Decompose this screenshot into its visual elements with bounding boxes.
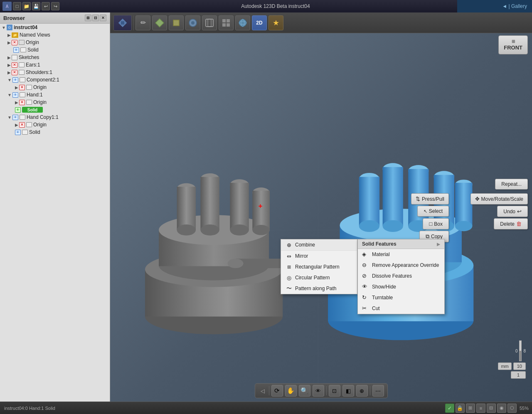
move-rotate-scale-button[interactable]: ✥ Move/Rotate/Scale bbox=[470, 193, 528, 205]
sub-cut[interactable]: ✂ Cut bbox=[358, 303, 444, 314]
tree-solid-green[interactable]: 👁 Solid bbox=[0, 106, 110, 113]
tree-sketches[interactable]: ▶ Sketches bbox=[0, 54, 110, 61]
browser-expand-btn[interactable]: ⊞ bbox=[85, 15, 91, 21]
tree-origin-4[interactable]: ▶ ✕ Origin bbox=[0, 121, 110, 128]
svg-rect-27 bbox=[177, 187, 196, 230]
select-button[interactable]: ↖ Select bbox=[417, 206, 449, 217]
tree-hand-copy-label: Hand Copy1:1 bbox=[27, 114, 59, 120]
status-btn-4[interactable]: ≡ bbox=[476, 404, 485, 413]
solid-features-submenu: Solid Features ▶ ◈ Material ⊖ Remove App… bbox=[357, 239, 445, 314]
nav-expand-btn[interactable]: ◁ bbox=[259, 386, 267, 395]
tool-btn-5[interactable] bbox=[202, 15, 217, 30]
sub-remove-appearance-label: Remove Appearance Override bbox=[372, 262, 439, 268]
svg-rect-7 bbox=[208, 19, 211, 27]
ctx-combine[interactable]: ⊕ Combine bbox=[281, 239, 357, 251]
tree-component2[interactable]: ▼ 👁 Component2:1 bbox=[0, 76, 110, 84]
viewport[interactable]: + bbox=[110, 33, 532, 402]
nav-toolbar: ◁ ⟳ ✋ 🔍 👁 ⊡ ◧ ⊕ ⋯ bbox=[255, 383, 388, 398]
box-button[interactable]: □ Box bbox=[423, 218, 449, 229]
status-btn-5[interactable]: ⊟ bbox=[487, 404, 496, 413]
svg-point-37 bbox=[252, 225, 270, 235]
press-pull-button[interactable]: ⇅ Press/Pull bbox=[411, 193, 449, 205]
svg-point-25 bbox=[228, 259, 244, 268]
undo-button[interactable]: Undo ↩ bbox=[497, 206, 528, 217]
tree-hand1[interactable]: ▼ 👁 Hand:1 bbox=[0, 91, 110, 99]
nav-more-btn[interactable]: ⋯ bbox=[372, 385, 384, 397]
toolbar-btn-redo[interactable]: ↪ bbox=[51, 2, 59, 10]
unit-label: mm bbox=[498, 362, 511, 370]
status-btn-6[interactable]: ◉ bbox=[497, 404, 506, 413]
tree-hand-copy[interactable]: ▼ 👁 Hand Copy1:1 bbox=[0, 113, 110, 121]
tree-root[interactable]: ▼ ⊙ instruct04 bbox=[0, 24, 110, 31]
nav-section-btn[interactable]: ⊕ bbox=[356, 385, 368, 397]
tree-origin-1[interactable]: ▶ ✕ Origin bbox=[0, 39, 110, 46]
repeat-button[interactable]: Repeat... bbox=[495, 179, 528, 190]
toolbar-btn-undo[interactable]: ↩ bbox=[42, 2, 50, 10]
status-btn-7[interactable]: ⬡ bbox=[507, 404, 517, 413]
svg-rect-10 bbox=[222, 23, 226, 27]
tool-btn-star[interactable]: ★ bbox=[268, 15, 283, 30]
svg-rect-11 bbox=[227, 23, 230, 27]
tool-btn-1[interactable]: ✏ bbox=[135, 15, 150, 30]
toolbar-btn-save[interactable]: 💾 bbox=[32, 2, 40, 10]
tree-solid-2[interactable]: 👁 Solid bbox=[0, 128, 110, 136]
gallery-label[interactable]: ◄ | Gallery bbox=[502, 3, 527, 9]
2d-btn[interactable]: 2D bbox=[252, 15, 267, 30]
tree-ears[interactable]: ▶ ✕ Ears:1 bbox=[0, 61, 110, 69]
tree-named-views[interactable]: ▶ 📁 Named Views bbox=[0, 31, 110, 39]
front-view-label[interactable]: ⊞ FRONT bbox=[498, 35, 528, 54]
sub-show-hide-label: Show/Hide bbox=[372, 284, 396, 290]
tree-solid-1[interactable]: 👁 Solid bbox=[0, 46, 110, 54]
toolbar-btn-open[interactable]: 📁 bbox=[22, 2, 31, 10]
ctx-rect-pattern[interactable]: ⊞ Rectangular Pattern bbox=[281, 261, 357, 272]
tool-btn-4[interactable] bbox=[185, 15, 200, 30]
svg-text:+: + bbox=[259, 202, 263, 210]
svg-point-12 bbox=[239, 19, 246, 27]
tree-origin-3[interactable]: ▶ ✕ Origin bbox=[0, 99, 110, 106]
nav-pan-btn[interactable]: ✋ bbox=[285, 385, 297, 397]
solid-features-header: Solid Features ▶ bbox=[358, 239, 444, 249]
move-icon: ✥ bbox=[475, 196, 480, 202]
svg-rect-9 bbox=[227, 19, 230, 22]
svg-rect-6 bbox=[206, 19, 213, 27]
tool-btn-2[interactable] bbox=[152, 15, 167, 30]
tree-origin-2[interactable]: ▶ ✕ Origin bbox=[0, 84, 110, 91]
nav-zoom-btn[interactable]: 🔍 bbox=[299, 385, 310, 397]
delete-button[interactable]: Delete 🗑 bbox=[494, 218, 528, 229]
browser-collapse-btn[interactable]: ⊟ bbox=[92, 15, 99, 21]
ruler-display: 1 bbox=[511, 371, 526, 379]
sub-material[interactable]: ◈ Material bbox=[358, 249, 444, 260]
svg-marker-2 bbox=[155, 19, 164, 27]
ctx-circ-pattern[interactable]: ◎ Circular Pattern bbox=[281, 272, 357, 283]
tree-solid-2-label: Solid bbox=[29, 129, 40, 135]
press-pull-icon: ⇅ bbox=[416, 196, 420, 202]
toolbar-btn-new[interactable]: □ bbox=[13, 2, 21, 10]
browser-close-btn[interactable]: ✕ bbox=[100, 15, 106, 21]
app-icon: A bbox=[2, 2, 12, 11]
sub-dissolve[interactable]: ⊘ Dissolve Features bbox=[358, 271, 444, 281]
home-view-btn[interactable] bbox=[113, 15, 132, 31]
browser-panel: Browser ⊞ ⊟ ✕ ▼ ⊙ instruct04 ▶ 📁 Named V… bbox=[0, 12, 110, 402]
status-lock-btn[interactable]: 🔒 bbox=[456, 404, 465, 413]
browser-title: Browser bbox=[3, 15, 25, 21]
status-btn-3[interactable]: ⊞ bbox=[466, 404, 475, 413]
sub-remove-appearance[interactable]: ⊖ Remove Appearance Override bbox=[358, 260, 444, 271]
ctx-rect-pattern-label: Rectangular Pattern bbox=[295, 264, 340, 270]
tree-origin-4-label: Origin bbox=[33, 122, 47, 128]
nav-fit-btn[interactable]: ⊡ bbox=[329, 385, 340, 397]
svg-rect-1 bbox=[121, 21, 124, 25]
tree-hand1-label: Hand:1 bbox=[27, 92, 43, 98]
nav-orbit-btn[interactable]: ⟳ bbox=[271, 385, 283, 397]
status-check-btn[interactable]: ✓ bbox=[445, 404, 454, 413]
tree-shoulders[interactable]: ▶ ✕ Shoulders:1 bbox=[0, 69, 110, 76]
tree-solid-1-label: Solid bbox=[27, 47, 39, 53]
ctx-mirror[interactable]: ⇔ Mirror bbox=[281, 251, 357, 261]
tool-btn-3[interactable] bbox=[169, 15, 184, 30]
sub-show-hide[interactable]: 👁 Show/Hide bbox=[358, 281, 444, 292]
sub-turntable[interactable]: ↻ Turntable bbox=[358, 292, 444, 303]
tool-btn-6[interactable] bbox=[219, 15, 234, 30]
nav-display-btn[interactable]: ◧ bbox=[342, 385, 354, 397]
tool-btn-7[interactable] bbox=[235, 15, 250, 30]
nav-look-btn[interactable]: 👁 bbox=[313, 385, 324, 397]
ctx-path-pattern[interactable]: 〜 Pattern along Path bbox=[281, 283, 357, 294]
